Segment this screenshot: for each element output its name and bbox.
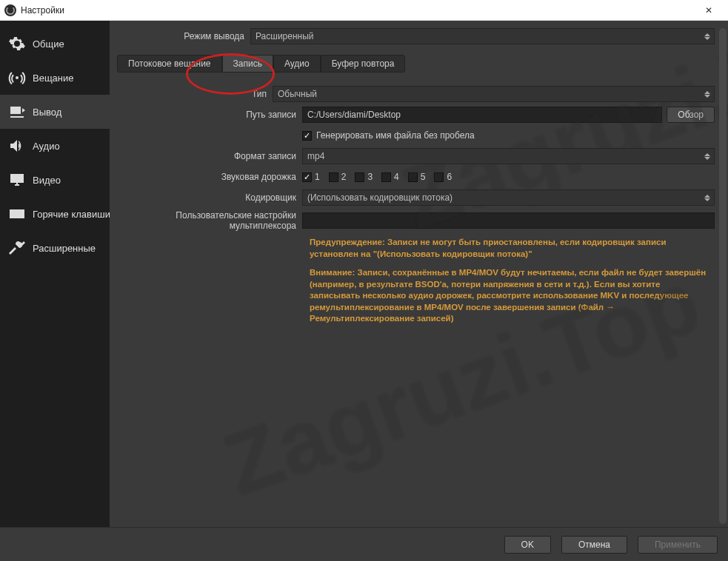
speaker-icon xyxy=(7,136,27,155)
input-value: C:/Users/diami/Desktop xyxy=(307,110,401,120)
tab-streaming[interactable]: Потоковое вещание xyxy=(117,55,222,73)
checkbox-track-1[interactable] xyxy=(302,172,312,182)
row-encoder: Кодировщик (Использовать кодировщик пото… xyxy=(117,189,715,206)
checkbox-generate-name[interactable] xyxy=(302,131,312,141)
input-muxer[interactable] xyxy=(302,212,715,229)
sidebar-item-label: Вывод xyxy=(33,107,61,118)
chevron-updown-icon xyxy=(702,149,712,164)
content-panel: Zagruzi.Top Zagruzi.Top Режим вывода Рас… xyxy=(110,21,728,527)
main-area: Общие Вещание Вывод Аудио xyxy=(0,21,728,527)
track-checkboxes: 1 2 3 4 5 6 xyxy=(302,172,452,182)
row-type: Тип Обычный xyxy=(117,86,715,102)
window-body: Общие Вещание Вывод Аудио xyxy=(0,21,728,561)
output-icon xyxy=(7,102,27,121)
antenna-icon xyxy=(7,68,27,87)
row-path: Путь записи C:/Users/diami/Desktop Обзор xyxy=(117,107,715,123)
checkbox-track-5[interactable] xyxy=(408,172,418,182)
browse-button[interactable]: Обзор xyxy=(667,107,715,123)
warning-mp4: Внимание: Записи, сохранённые в MP4/MOV … xyxy=(117,267,715,325)
scrollbar-thumb[interactable] xyxy=(719,28,727,524)
gear-icon xyxy=(7,34,27,53)
sidebar-item-output[interactable]: Вывод xyxy=(0,95,110,129)
row-format: Формат записи mp4 xyxy=(117,148,715,164)
apply-button[interactable]: Применить xyxy=(638,536,718,554)
label-encoder: Кодировщик xyxy=(117,192,302,203)
label-format: Формат записи xyxy=(117,151,302,161)
warning-pause: Предупреждение: Записи не могут быть при… xyxy=(117,237,715,260)
sidebar-item-label: Аудио xyxy=(33,141,60,152)
sidebar-item-general[interactable]: Общие xyxy=(0,27,110,61)
window-title: Настройки xyxy=(21,5,64,16)
select-value: Расширенный xyxy=(256,31,314,41)
titlebar: Настройки ✕ xyxy=(0,0,728,21)
label-type: Тип xyxy=(117,89,273,99)
scrollbar[interactable] xyxy=(719,28,727,524)
select-value: Обычный xyxy=(278,89,317,99)
select-value: mp4 xyxy=(307,151,324,161)
checkbox-track-3[interactable] xyxy=(355,172,364,182)
label-muxer: Пользовательские настройки мультиплексор… xyxy=(117,210,302,231)
tab-audio[interactable]: Аудио xyxy=(273,55,321,73)
checkbox-track-6[interactable] xyxy=(434,172,444,182)
label-path: Путь записи xyxy=(117,110,302,120)
sidebar-item-label: Общие xyxy=(33,38,64,50)
sidebar-item-stream[interactable]: Вещание xyxy=(0,61,110,95)
app-icon xyxy=(4,4,16,16)
sidebar-item-advanced[interactable]: Расширенные xyxy=(0,231,110,265)
sidebar: Общие Вещание Вывод Аудио xyxy=(0,21,110,527)
input-path[interactable]: C:/Users/diami/Desktop xyxy=(302,107,662,123)
checkbox-track-2[interactable] xyxy=(329,172,338,182)
chevron-updown-icon xyxy=(702,29,712,44)
select-encoder[interactable]: (Использовать кодировщик потока) xyxy=(302,189,715,206)
monitor-icon xyxy=(7,170,27,189)
output-tabs: Потоковое вещание Запись Аудио Буфер пов… xyxy=(117,55,715,73)
tab-recording[interactable]: Запись xyxy=(222,55,273,73)
select-output-mode[interactable]: Расширенный xyxy=(250,28,715,44)
row-tracks: Звуковая дорожка 1 2 3 4 5 6 xyxy=(117,169,715,185)
close-icon[interactable]: ✕ xyxy=(694,0,724,21)
sidebar-item-label: Видео xyxy=(33,175,61,186)
select-value: (Использовать кодировщик потока) xyxy=(307,192,453,203)
label-generate-name: Генерировать имя файла без пробела xyxy=(316,130,475,141)
sidebar-item-hotkeys[interactable]: Горячие клавиши xyxy=(0,197,110,231)
label-output-mode: Режим вывода xyxy=(117,31,250,41)
select-type[interactable]: Обычный xyxy=(273,86,715,102)
row-generate-name: Генерировать имя файла без пробела xyxy=(117,127,715,144)
sidebar-item-video[interactable]: Видео xyxy=(0,163,110,197)
row-output-mode: Режим вывода Расширенный xyxy=(117,28,715,44)
keyboard-icon xyxy=(7,204,27,224)
dialog-footer: OK Отмена Применить xyxy=(0,527,728,561)
sidebar-item-audio[interactable]: Аудио xyxy=(0,129,110,163)
sidebar-item-label: Горячие клавиши xyxy=(33,209,110,220)
row-muxer: Пользовательские настройки мультиплексор… xyxy=(117,210,715,231)
cancel-button[interactable]: Отмена xyxy=(561,536,627,554)
chevron-updown-icon xyxy=(702,190,712,205)
tools-icon xyxy=(7,238,27,258)
chevron-updown-icon xyxy=(702,87,712,101)
tab-replay-buffer[interactable]: Буфер повтора xyxy=(321,55,406,73)
select-format[interactable]: mp4 xyxy=(302,148,715,164)
checkbox-track-4[interactable] xyxy=(381,172,391,182)
sidebar-item-label: Вещание xyxy=(33,73,74,84)
label-tracks: Звуковая дорожка xyxy=(117,172,302,182)
ok-button[interactable]: OK xyxy=(504,536,551,554)
sidebar-item-label: Расширенные xyxy=(33,243,96,254)
